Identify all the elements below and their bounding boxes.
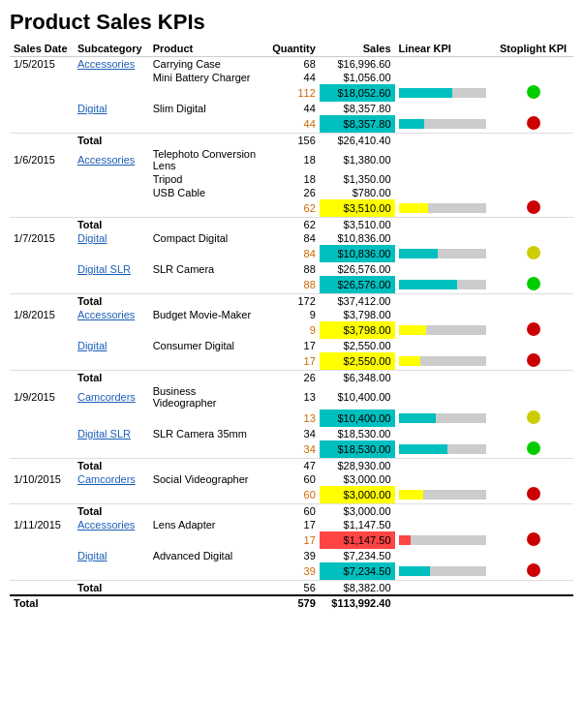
cell-qty: 9 [264, 321, 320, 339]
cell-stoplight-kpi [493, 440, 573, 459]
bar-container [399, 413, 486, 423]
stoplight-circle-red [527, 116, 540, 130]
cell-sales: $7,234.50 [320, 562, 395, 581]
cell-qty: 9 [264, 308, 320, 321]
subcat-link[interactable]: Digital SLR [77, 428, 131, 440]
cell-stoplight-kpi [493, 308, 573, 321]
cell-date [10, 531, 74, 549]
cell-linear-kpi [395, 308, 494, 321]
cell-qty: 13 [264, 384, 320, 410]
cell-subcat[interactable]: Accessories [74, 308, 149, 321]
cell-sales: $16,996.60 [320, 57, 395, 72]
cell-qty: 17 [264, 339, 320, 352]
cell-subcat[interactable]: Accessories [74, 57, 149, 72]
cell-sales: $37,412.00 [320, 294, 395, 309]
subcat-link[interactable]: Camcorders [77, 391, 136, 403]
cell-qty: 17 [264, 531, 320, 549]
cell-product: SLR Camera [149, 262, 264, 276]
cell-stoplight-kpi [493, 115, 573, 134]
cell-product [149, 134, 264, 148]
cell-product: Budget Movie-Maker [149, 308, 264, 321]
cell-subcat[interactable]: Camcorders [74, 472, 149, 486]
subcat-link[interactable]: Accessories [77, 309, 135, 320]
cell-subcat [74, 84, 149, 102]
cell-subcat[interactable]: Digital [74, 102, 149, 115]
cell-linear-kpi [395, 531, 494, 549]
cell-sales: $6,348.00 [320, 371, 395, 385]
cell-qty: 62 [264, 218, 320, 232]
cell-sales: $3,510.00 [320, 218, 395, 232]
cell-product [149, 294, 264, 309]
bar-container [399, 444, 486, 454]
cell-linear-kpi [395, 339, 494, 352]
cell-subcat-total: Total [74, 218, 149, 232]
cell-qty: 39 [264, 562, 320, 581]
cell-date [10, 486, 74, 504]
cell-subcat[interactable]: Digital SLR [74, 427, 149, 440]
cell-sales: $3,510.00 [320, 199, 395, 218]
kpi-table: Sales Date Subcategory Product Quantity … [10, 41, 573, 610]
cell-date [10, 549, 74, 562]
cell-sales: $780.00 [320, 186, 395, 199]
subcat-link[interactable]: Digital [77, 550, 107, 561]
cell-linear-kpi [395, 371, 494, 385]
bar-container [399, 566, 486, 576]
cell-stoplight-kpi [493, 371, 573, 385]
subcat-link[interactable]: Camcorders [77, 473, 136, 485]
cell-linear-kpi [395, 549, 494, 562]
cell-sales: $1,056.00 [320, 71, 395, 84]
cell-subcat[interactable]: Digital [74, 549, 149, 562]
cell-qty: 60 [264, 486, 320, 504]
subcat-link[interactable]: Digital SLR [77, 263, 131, 275]
subcat-link[interactable]: Accessories [77, 519, 135, 531]
cell-subcat[interactable]: Accessories [74, 147, 149, 172]
subcat-link[interactable]: Accessories [77, 154, 135, 166]
bar-bg [436, 413, 486, 423]
cell-qty: 39 [264, 549, 320, 562]
data-row: 1/9/2015CamcordersBusiness Videographer1… [10, 384, 573, 410]
subcat-link[interactable]: Accessories [77, 58, 135, 70]
cell-date [10, 115, 74, 134]
cell-subcat[interactable]: Camcorders [74, 384, 149, 410]
cell-sales: $26,410.40 [320, 134, 395, 148]
cell-stoplight-kpi [493, 339, 573, 352]
cell-subcat[interactable]: Accessories [74, 518, 149, 531]
bar-fill [399, 280, 457, 289]
bar-bg [420, 356, 486, 366]
cell-linear-kpi [395, 71, 494, 84]
cell-linear-kpi [395, 486, 494, 504]
cell-product: Social Videographer [149, 472, 264, 486]
data-row: 44$8,357.80 [10, 115, 573, 134]
cell-subcat[interactable]: Digital [74, 339, 149, 352]
cell-product: Advanced Digital [149, 549, 264, 562]
bar-bg [426, 325, 486, 335]
data-row: USB Cable26$780.00 [10, 186, 573, 199]
cell-linear-kpi [395, 518, 494, 531]
cell-date [10, 294, 74, 309]
cell-subcat [74, 115, 149, 134]
cell-product: Business Videographer [149, 384, 264, 410]
cell-sales: $8,357.80 [320, 102, 395, 115]
subcat-link[interactable]: Digital [77, 103, 107, 114]
data-row: 17$2,550.00 [10, 352, 573, 371]
data-row: 1/8/2015AccessoriesBudget Movie-Maker9$3… [10, 308, 573, 321]
cell-subcat-total: Total [74, 459, 149, 473]
cell-stoplight-kpi [493, 262, 573, 276]
cell-linear-kpi [395, 147, 494, 172]
cell-product [149, 440, 264, 459]
cell-product [149, 410, 264, 427]
cell-qty: 18 [264, 147, 320, 172]
data-row: 1/10/2015CamcordersSocial Videographer60… [10, 472, 573, 486]
cell-subcat[interactable]: Digital SLR [74, 262, 149, 276]
bar-fill [399, 413, 436, 423]
cell-linear-kpi [395, 115, 494, 134]
cell-subcat [74, 186, 149, 199]
cell-qty: 62 [264, 199, 320, 218]
subcat-link[interactable]: Digital [77, 232, 107, 244]
bar-bg [424, 119, 486, 129]
subcat-link[interactable]: Digital [77, 340, 107, 351]
cell-sales: $1,147.50 [320, 531, 395, 549]
cell-stoplight-kpi [493, 531, 573, 549]
cell-date [10, 186, 74, 199]
cell-subcat[interactable]: Digital [74, 231, 149, 245]
